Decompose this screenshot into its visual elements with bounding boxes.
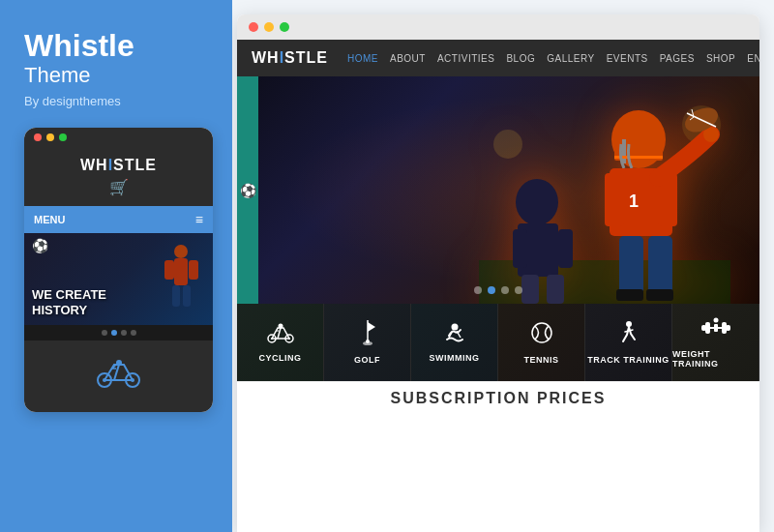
cycling-icon [267,322,294,349]
tennis-icon [529,320,554,351]
mobile-header: WHISTLE 🛒 [24,147,213,206]
subscription-bar: SUBSCRIPTION PRICES [237,381,759,415]
mobile-menu-label: MENU [34,214,65,225]
theme-title: Whistle [24,29,208,63]
sport-item-weight[interactable]: WEIGHT TRAINING [672,304,759,381]
svg-rect-5 [183,285,191,307]
svg-point-41 [366,340,370,343]
svg-rect-24 [619,236,643,294]
svg-point-28 [516,179,558,225]
sport-item-track[interactable]: TRACK TRAINING [585,304,672,381]
hero-dot-2 [488,286,495,294]
mobile-cycling-icon [97,355,140,398]
cycling-label: CYCLING [259,353,302,363]
nav-link-gallery[interactable]: GALLERY [547,53,594,64]
right-panel: WHISTLE HOME ABOUT ACTIVITIES BLOG GALLE… [232,0,774,532]
mobile-dot-1 [102,330,107,336]
sport-item-cycling[interactable]: CYCLING [237,304,324,381]
swimming-icon [441,322,468,349]
hero-sidebar-ball: ⚽ [240,183,256,198]
nav-link-blog[interactable]: BLOG [506,53,535,64]
svg-rect-26 [616,289,643,301]
browser-dot-yellow [264,22,274,32]
sports-row: CYCLING GOLF [237,304,759,381]
browser-content: WHISTLE HOME ABOUT ACTIVITIES BLOG GALLE… [237,40,759,532]
sport-item-tennis[interactable]: TENNIS [498,304,585,381]
svg-point-11 [493,130,522,159]
mobile-top-bar [24,128,213,147]
hero-section: ⚽ [237,76,759,304]
nav-link-enquiry[interactable]: ENQUIRY [747,53,759,64]
hero-dot-3 [501,286,509,294]
svg-rect-2 [164,260,174,280]
mobile-mockup: WHISTLE 🛒 MENU ≡ ⚽ WE CREATEHISTORY [24,128,213,412]
svg-rect-30 [513,229,527,268]
track-icon [617,320,640,351]
svg-text:1: 1 [629,192,639,211]
mobile-dot-4 [131,330,136,336]
sport-item-swimming[interactable]: SWIMMING [411,304,498,381]
browser-top-bar [237,15,759,40]
mobile-hero-ball: ⚽ [32,238,48,253]
hamburger-icon: ≡ [195,212,203,227]
nav-logo-accent: I [280,49,284,66]
swimming-label: SWIMMING [430,353,480,363]
nav-link-activities[interactable]: ACTIVITIES [437,53,494,64]
svg-rect-19 [605,173,624,226]
nav-link-events[interactable]: EVENTS [607,53,648,64]
nav-links: HOME ABOUT ACTIVITIES BLOG GALLERY EVENT… [347,50,759,66]
mobile-dot-red [34,133,42,141]
svg-rect-1 [174,258,188,285]
svg-rect-25 [648,236,672,294]
hero-slide-dots [474,286,522,294]
nav-link-about[interactable]: ABOUT [390,53,426,64]
hero-dot-1 [474,286,482,294]
nav-link-pages[interactable]: PAGES [660,53,695,64]
weight-label: WEIGHT TRAINING [672,349,759,369]
left-panel: Whistle Theme By designthemes WHISTLE 🛒 … [0,0,232,532]
hero-dot-4 [515,286,522,294]
mobile-dot-yellow [46,133,54,141]
mobile-dot-3 [121,330,127,336]
browser-mockup: WHISTLE HOME ABOUT ACTIVITIES BLOG GALLE… [237,15,759,532]
svg-point-50 [713,318,718,323]
theme-subtitle: Theme [24,63,208,88]
mobile-slide-dots [24,325,213,340]
site-nav: WHISTLE HOME ABOUT ACTIVITIES BLOG GALLE… [237,40,759,76]
mobile-cycling-section [24,340,213,412]
mobile-hero-player [155,244,208,320]
svg-rect-31 [558,229,573,268]
subscription-title: SUBSCRIPTION PRICES [252,390,745,407]
svg-rect-4 [172,285,180,307]
weight-icon [701,316,730,345]
track-label: TRACK TRAINING [587,355,670,365]
nav-link-home[interactable]: HOME [347,53,378,64]
mobile-logo-accent: I [108,157,113,173]
mobile-dot-green [59,133,67,141]
hero-sidebar-thumb: ⚽ [237,76,258,304]
svg-point-38 [278,324,283,329]
mobile-dot-2 [111,330,117,336]
mobile-logo: WHISTLE [34,157,203,174]
svg-rect-3 [189,260,198,280]
mobile-menu-bar[interactable]: MENU ≡ [24,206,213,233]
nav-link-shop[interactable]: SHOP [706,53,735,64]
svg-rect-32 [521,275,539,304]
theme-author: By designthemes [24,94,208,108]
svg-point-0 [174,245,188,258]
svg-point-42 [451,324,458,331]
svg-rect-27 [646,289,673,301]
mobile-hero-text: WE CREATEHISTORY [32,287,106,317]
mobile-hero: ⚽ WE CREATEHISTORY [24,233,213,325]
golf-icon [356,320,379,351]
hero-player-figure: 1 [479,86,730,304]
sport-item-golf[interactable]: GOLF [324,304,411,381]
tennis-label: TENNIS [523,355,558,365]
browser-dot-green [280,22,289,32]
nav-logo: WHISTLE [252,49,328,67]
browser-dot-red [249,22,258,32]
mobile-cart-icon: 🛒 [109,178,129,196]
svg-point-10 [116,360,122,366]
svg-rect-33 [547,275,564,304]
golf-label: GOLF [354,355,380,365]
